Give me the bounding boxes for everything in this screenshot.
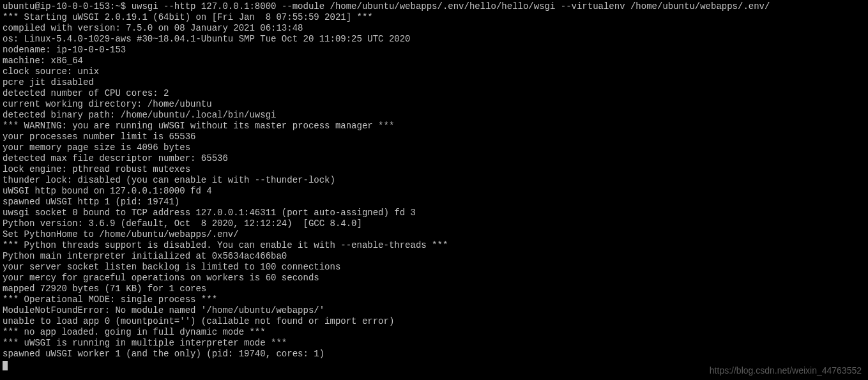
terminal-cursor [3,361,8,370]
output-line: *** Operational MODE: single process *** [3,294,865,305]
output-line: os: Linux-5.4.0-1029-aws #30~18.04.1-Ubu… [3,34,865,45]
output-line: current working directory: /home/ubuntu [3,99,865,110]
output-line: mapped 72920 bytes (71 KB) for 1 cores [3,284,865,294]
output-line: your memory page size is 4096 bytes [3,142,865,153]
command-line: ubuntu@ip-10-0-0-153:~$ uwsgi --http 127… [3,1,865,12]
output-line: *** Starting uWSGI 2.0.19.1 (64bit) on [… [3,12,865,23]
output-line: detected number of CPU cores: 2 [3,88,865,99]
output-line: Python version: 3.6.9 (default, Oct 8 20… [3,218,865,229]
output-line: your server socket listen backlog is lim… [3,262,865,273]
output-line: *** uWSGI is running in multiple interpr… [3,338,865,349]
output-line: pcre jit disabled [3,77,865,88]
output-line: unable to load app 0 (mountpoint='') (ca… [3,316,865,327]
output-container: *** Starting uWSGI 2.0.19.1 (64bit) on [… [3,12,865,360]
output-line: *** no app loaded. going in full dynamic… [3,327,865,338]
output-line: machine: x86_64 [3,56,865,66]
output-line: lock engine: pthread robust mutexes [3,164,865,175]
output-line: your mercy for graceful operations on wo… [3,273,865,284]
output-line: your processes number limit is 65536 [3,132,865,142]
output-line: spawned uWSGI http 1 (pid: 19741) [3,197,865,208]
output-line: Set PythonHome to /home/ubuntu/webapps/.… [3,229,865,240]
output-line: ModuleNotFoundError: No module named '/h… [3,305,865,316]
shell-prompt: ubuntu@ip-10-0-0-153:~$ [3,1,132,11]
output-line: nodename: ip-10-0-0-153 [3,45,865,56]
output-line: uwsgi socket 0 bound to TCP address 127.… [3,208,865,218]
output-line: uWSGI http bound on 127.0.0.1:8000 fd 4 [3,186,865,197]
output-line: Python main interpreter initialized at 0… [3,251,865,262]
output-line: detected binary path: /home/ubuntu/.loca… [3,110,865,121]
output-line: compiled with version: 7.5.0 on 08 Janua… [3,23,865,34]
command-text: uwsgi --http 127.0.0.1:8000 --module /ho… [132,1,770,11]
output-line: *** WARNING: you are running uWSGI witho… [3,121,865,132]
output-line: clock source: unix [3,66,865,77]
output-line: *** Python threads support is disabled. … [3,240,865,251]
output-line: thunder lock: disabled (you can enable i… [3,175,865,186]
watermark-text: https://blog.csdn.net/weixin_44763552 [710,365,862,376]
terminal-output[interactable]: ubuntu@ip-10-0-0-153:~$ uwsgi --http 127… [3,1,865,371]
output-line: detected max file descriptor number: 655… [3,153,865,164]
output-line: spawned uWSGI worker 1 (and the only) (p… [3,349,865,360]
